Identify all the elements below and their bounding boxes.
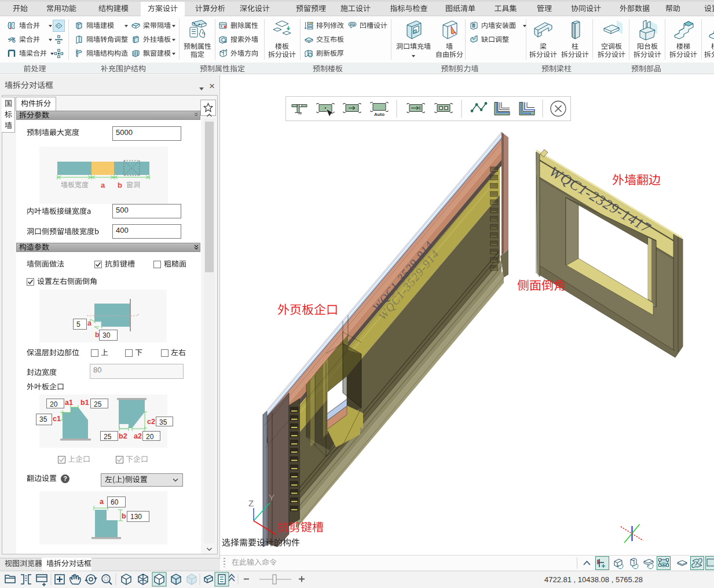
svg-text:?: ?	[63, 475, 67, 482]
svg-text:Auto: Auto	[374, 112, 385, 117]
